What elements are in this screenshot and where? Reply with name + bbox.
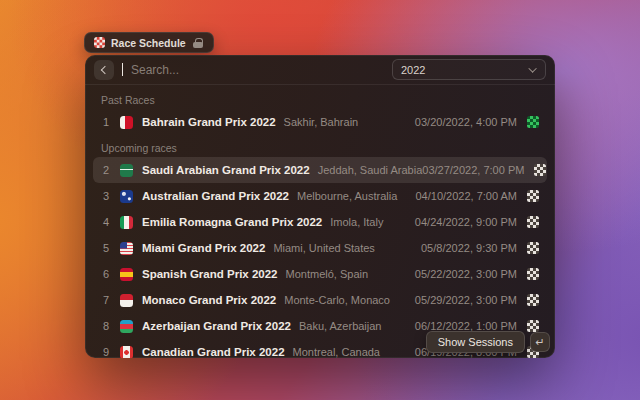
race-row[interactable]: 4Emilia Romagna Grand Prix 2022Imola, It… [93,209,547,235]
country-flag-icon [120,242,133,255]
race-location: Baku, Azerbaijan [299,320,382,332]
lock-icon [192,37,204,49]
race-datetime: 03/27/2022, 7:00 PM [422,164,524,176]
race-location: Imola, Italy [330,216,383,228]
race-location: Montreal, Canada [293,346,380,358]
checkered-flag-icon [527,242,539,254]
country-flag-icon [120,116,133,129]
race-index: 4 [101,216,111,228]
race-datetime: 05/22/2022, 3:00 PM [415,268,517,280]
enter-key-icon[interactable]: ↵ [530,332,550,352]
race-title: Miami Grand Prix 2022 [142,242,265,254]
race-title: Emilia Romagna Grand Prix 2022 [142,216,322,228]
race-title: Bahrain Grand Prix 2022 [142,116,276,128]
section-label: Past Races [93,87,547,109]
section-label: Upcoming races [93,135,547,157]
country-flag-icon [120,346,133,359]
action-hint: Show Sessions ↵ [426,331,550,353]
race-title: Azerbaijan Grand Prix 2022 [142,320,291,332]
race-location: Melbourne, Australia [297,190,397,202]
race-location: Monte-Carlo, Monaco [284,294,390,306]
country-flag-icon [120,268,133,281]
race-location: Miami, United States [273,242,374,254]
race-row[interactable]: 7Monaco Grand Prix 2022Monte-Carlo, Mona… [93,287,547,313]
race-datetime: 04/10/2022, 7:00 AM [415,190,517,202]
race-row[interactable]: 3Australian Grand Prix 2022Melbourne, Au… [93,183,547,209]
back-button[interactable] [94,60,114,80]
window-title: Race Schedule [111,37,186,49]
race-title: Canadian Grand Prix 2022 [142,346,285,358]
search-input[interactable] [131,63,384,77]
race-title: Monaco Grand Prix 2022 [142,294,276,306]
race-title: Australian Grand Prix 2022 [142,190,289,202]
race-datetime: 03/20/2022, 4:00 PM [415,116,517,128]
country-flag-icon [120,294,133,307]
chevron-down-icon [528,64,536,72]
race-location: Sakhir, Bahrain [284,116,359,128]
season-dropdown[interactable]: 2022 [392,59,546,80]
race-index: 1 [101,116,111,128]
search-header: 2022 [85,55,555,84]
race-list: Past Races1Bahrain Grand Prix 2022Sakhir… [85,85,555,358]
race-datetime: 04/24/2022, 9:00 PM [415,216,517,228]
race-title: Spanish Grand Prix 2022 [142,268,278,280]
checkered-flag-extension-icon [94,37,105,48]
race-datetime: 05/8/2022, 9:30 PM [421,242,517,254]
race-index: 2 [101,164,111,176]
checkered-flag-icon [527,190,539,202]
race-index: 5 [101,242,111,254]
checkered-flag-icon [534,164,546,176]
checkered-flag-green-icon [527,116,539,128]
show-sessions-button[interactable]: Show Sessions [426,331,525,353]
text-cursor [122,63,123,76]
season-dropdown-value: 2022 [401,64,525,76]
race-index: 9 [101,346,111,358]
country-flag-icon [120,320,133,333]
country-flag-icon [120,190,133,203]
race-row[interactable]: 1Bahrain Grand Prix 2022Sakhir, Bahrain0… [93,109,547,135]
race-row[interactable]: 2Saudi Arabian Grand Prix 2022Jeddah, Sa… [93,157,547,183]
checkered-flag-icon [527,294,539,306]
race-location: Jeddah, Saudi Arabia [318,164,423,176]
race-schedule-window: 2022 Past Races1Bahrain Grand Prix 2022S… [85,55,555,358]
race-row[interactable]: 5Miami Grand Prix 2022Miami, United Stat… [93,235,547,261]
checkered-flag-icon [527,216,539,228]
chevron-left-icon [101,65,109,73]
country-flag-icon [120,164,133,177]
race-index: 8 [101,320,111,332]
race-index: 7 [101,294,111,306]
checkered-flag-icon [527,268,539,280]
race-title: Saudi Arabian Grand Prix 2022 [142,164,310,176]
race-index: 3 [101,190,111,202]
race-location: Montmeló, Spain [286,268,369,280]
race-datetime: 05/29/2022, 3:00 PM [415,294,517,306]
window-title-pill[interactable]: Race Schedule [84,32,214,53]
country-flag-icon [120,216,133,229]
race-index: 6 [101,268,111,280]
race-row[interactable]: 6Spanish Grand Prix 2022Montmeló, Spain0… [93,261,547,287]
